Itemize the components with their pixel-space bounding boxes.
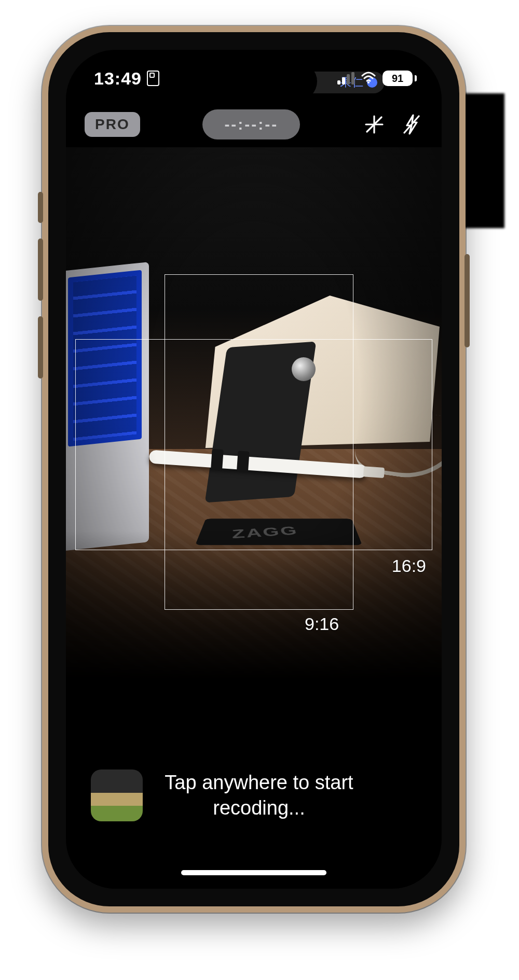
svg-point-0 (367, 81, 370, 83)
pro-badge[interactable]: PRO (85, 112, 140, 137)
footer-row: Tap anywhere to start recoding... (66, 769, 442, 821)
app-top-bar: PRO --:--:-- (66, 104, 442, 145)
sim-icon (147, 71, 159, 86)
phone-screen: 果仁 13:49 91 (66, 50, 442, 889)
flash-off-icon (400, 113, 423, 136)
phone-bezel: 果仁 13:49 91 (48, 32, 459, 906)
power-button (465, 254, 470, 347)
dynamic-island (192, 63, 316, 100)
record-timer-pill[interactable]: --:--:-- (202, 109, 300, 139)
mockup-shadow (463, 93, 504, 228)
wifi-icon (361, 71, 376, 86)
record-hint-text: Tap anywhere to start recoding... (158, 770, 417, 821)
cellular-signal-icon (337, 72, 354, 85)
volume-up (38, 239, 43, 301)
camera-viewfinder[interactable]: ZAGG 16:9 9:16 (66, 147, 442, 687)
flash-toggle[interactable] (400, 113, 423, 136)
mute-switch (38, 192, 43, 223)
home-indicator[interactable] (181, 870, 326, 875)
battery-indicator: 91 (383, 71, 417, 86)
battery-percent: 91 (383, 71, 413, 86)
phone-device-frame: 果仁 13:49 91 (42, 26, 466, 913)
status-time: 13:49 (94, 68, 142, 89)
gallery-thumbnail[interactable] (91, 769, 143, 821)
viewfinder-bottom-fade (66, 531, 442, 687)
focus-off-icon (363, 113, 386, 136)
volume-down (38, 316, 43, 379)
focus-toggle[interactable] (363, 113, 386, 136)
